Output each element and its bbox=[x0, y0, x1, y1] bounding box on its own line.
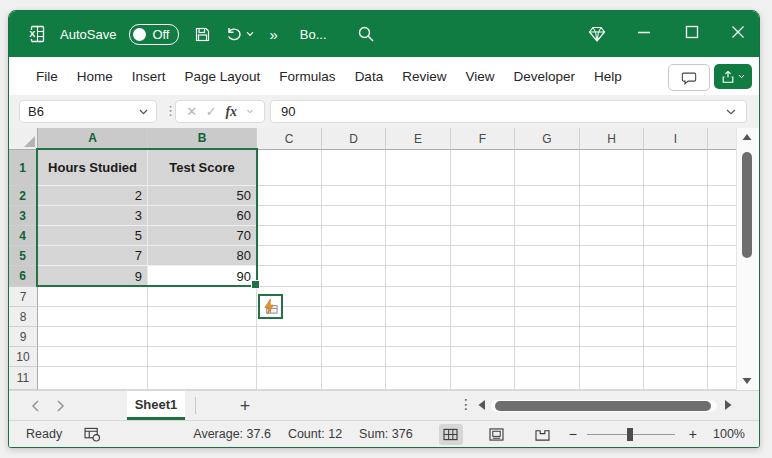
cell-G9[interactable] bbox=[515, 327, 580, 347]
cell-F1[interactable] bbox=[451, 150, 515, 186]
cancel-entry-icon[interactable]: ✕ bbox=[186, 104, 197, 119]
cell-J5[interactable] bbox=[708, 246, 737, 266]
cell-D2[interactable] bbox=[322, 186, 386, 206]
previous-sheet-icon[interactable] bbox=[31, 400, 40, 412]
cell-I10[interactable] bbox=[644, 347, 708, 367]
cell-D6[interactable] bbox=[322, 266, 386, 287]
quick-access-overflow-button[interactable]: » bbox=[269, 26, 275, 43]
ribbon-tab-developer[interactable]: Developer bbox=[513, 69, 575, 84]
cell-J9[interactable] bbox=[708, 327, 737, 347]
cell-B10[interactable] bbox=[148, 347, 257, 367]
cell-H4[interactable] bbox=[580, 226, 644, 246]
row-header-6[interactable]: 6 bbox=[9, 266, 38, 287]
cell-I4[interactable] bbox=[644, 226, 708, 246]
cell-D7[interactable] bbox=[322, 287, 386, 307]
cell-A6[interactable]: 9 bbox=[38, 266, 148, 287]
zoom-out-button[interactable]: − bbox=[569, 426, 577, 442]
cell-J8[interactable] bbox=[708, 307, 737, 327]
cell-C11[interactable] bbox=[257, 367, 322, 390]
record-macro-icon[interactable] bbox=[84, 427, 102, 442]
cell-G7[interactable] bbox=[515, 287, 580, 307]
cell-E10[interactable] bbox=[386, 347, 451, 367]
save-button[interactable] bbox=[194, 26, 211, 43]
cell-E9[interactable] bbox=[386, 327, 451, 347]
cell-I9[interactable] bbox=[644, 327, 708, 347]
cell-I8[interactable] bbox=[644, 307, 708, 327]
cell-I7[interactable] bbox=[644, 287, 708, 307]
insert-function-icon[interactable]: fx bbox=[225, 104, 237, 120]
col-header-E[interactable]: E bbox=[386, 128, 451, 150]
cell-H6[interactable] bbox=[580, 266, 644, 287]
cell-G4[interactable] bbox=[515, 226, 580, 246]
scroll-up-icon[interactable] bbox=[737, 128, 757, 146]
cell-F9[interactable] bbox=[451, 327, 515, 347]
zoom-slider-thumb[interactable] bbox=[627, 428, 633, 441]
autosave-toggle[interactable]: Off bbox=[129, 24, 179, 45]
cell-A9[interactable] bbox=[38, 327, 148, 347]
cell-B7[interactable] bbox=[148, 287, 257, 307]
cell-G3[interactable] bbox=[515, 206, 580, 226]
cell-G5[interactable] bbox=[515, 246, 580, 266]
cell-B11[interactable] bbox=[148, 367, 257, 390]
cell-I11[interactable] bbox=[644, 367, 708, 390]
cell-D9[interactable] bbox=[322, 327, 386, 347]
cell-C6[interactable] bbox=[257, 266, 322, 287]
cell-G6[interactable] bbox=[515, 266, 580, 287]
cell-G1[interactable] bbox=[515, 150, 580, 186]
cell-F7[interactable] bbox=[451, 287, 515, 307]
cell-I5[interactable] bbox=[644, 246, 708, 266]
cell-E4[interactable] bbox=[386, 226, 451, 246]
page-break-preview-button[interactable] bbox=[531, 424, 555, 445]
row-header-9[interactable]: 9 bbox=[9, 327, 38, 347]
ribbon-tab-page-layout[interactable]: Page Layout bbox=[185, 69, 261, 84]
cell-B3[interactable]: 60 bbox=[148, 206, 257, 226]
cell-C2[interactable] bbox=[257, 186, 322, 206]
cell-J11[interactable] bbox=[708, 367, 737, 390]
cell-F6[interactable] bbox=[451, 266, 515, 287]
cell-A2[interactable]: 2 bbox=[38, 186, 148, 206]
cell-F10[interactable] bbox=[451, 347, 515, 367]
expand-formula-bar-icon[interactable] bbox=[726, 109, 736, 115]
cell-C1[interactable] bbox=[257, 150, 322, 186]
cell-J2[interactable] bbox=[708, 186, 737, 206]
fill-handle[interactable] bbox=[251, 280, 260, 289]
col-header-C[interactable]: C bbox=[257, 128, 322, 150]
ribbon-tab-insert[interactable]: Insert bbox=[132, 69, 166, 84]
cell-B6[interactable]: 90 bbox=[148, 266, 257, 287]
cell-F5[interactable] bbox=[451, 246, 515, 266]
cell-F8[interactable] bbox=[451, 307, 515, 327]
share-button[interactable] bbox=[714, 64, 752, 89]
col-header-B[interactable]: B bbox=[148, 128, 257, 150]
col-header-D[interactable]: D bbox=[322, 128, 386, 150]
cell-H7[interactable] bbox=[580, 287, 644, 307]
cell-F4[interactable] bbox=[451, 226, 515, 246]
ribbon-tab-formulas[interactable]: Formulas bbox=[279, 69, 335, 84]
new-sheet-button[interactable]: + bbox=[233, 394, 257, 418]
ribbon-tab-view[interactable]: View bbox=[465, 69, 494, 84]
cell-E2[interactable] bbox=[386, 186, 451, 206]
sheet-tab-sheet1[interactable]: Sheet1 bbox=[127, 391, 185, 420]
row-header-11[interactable]: 11 bbox=[9, 367, 38, 390]
cell-B2[interactable]: 50 bbox=[148, 186, 257, 206]
cell-H5[interactable] bbox=[580, 246, 644, 266]
col-header-F[interactable]: F bbox=[451, 128, 515, 150]
cell-H3[interactable] bbox=[580, 206, 644, 226]
cell-B8[interactable] bbox=[148, 307, 257, 327]
cell-B1[interactable]: Test Score bbox=[148, 150, 257, 186]
vertical-scroll-thumb[interactable] bbox=[742, 152, 752, 258]
cell-A11[interactable] bbox=[38, 367, 148, 390]
cell-E7[interactable] bbox=[386, 287, 451, 307]
cell-I1[interactable] bbox=[644, 150, 708, 186]
cell-J10[interactable] bbox=[708, 347, 737, 367]
cell-D11[interactable] bbox=[322, 367, 386, 390]
cell-C4[interactable] bbox=[257, 226, 322, 246]
cell-D1[interactable] bbox=[322, 150, 386, 186]
horizontal-scroll-thumb[interactable] bbox=[495, 401, 711, 411]
cell-I6[interactable] bbox=[644, 266, 708, 287]
cell-J4[interactable] bbox=[708, 226, 737, 246]
cell-A4[interactable]: 5 bbox=[38, 226, 148, 246]
cell-H10[interactable] bbox=[580, 347, 644, 367]
select-all-corner[interactable] bbox=[9, 128, 38, 150]
cell-D10[interactable] bbox=[322, 347, 386, 367]
next-sheet-icon[interactable] bbox=[56, 400, 65, 412]
